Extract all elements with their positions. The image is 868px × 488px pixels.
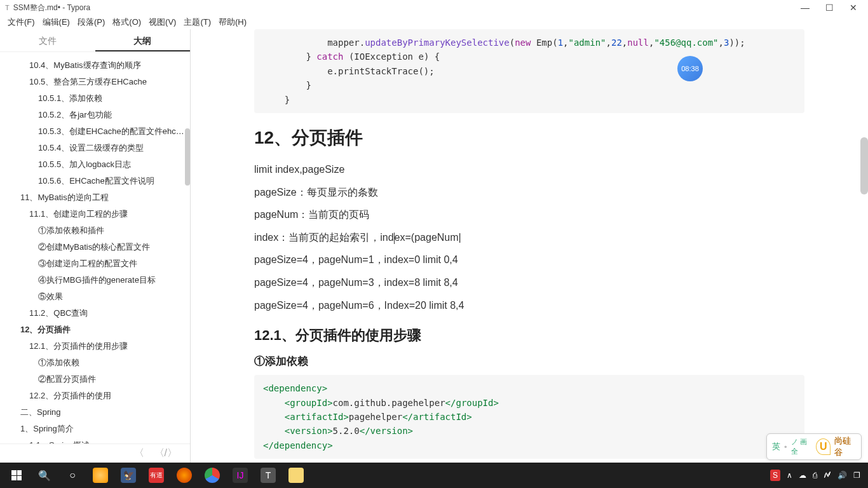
tray-volume-icon[interactable]: 🔊 xyxy=(837,471,847,480)
menu-file[interactable]: 文件(F) xyxy=(5,17,37,28)
chrome-icon[interactable] xyxy=(198,463,226,488)
paragraph[interactable]: pageSize：每页显示的条数 xyxy=(254,184,804,201)
outline-item[interactable]: ③创建逆向工程的配置文件 xyxy=(5,255,190,272)
tray-notification-icon[interactable]: ❐ xyxy=(853,471,860,480)
heading-add-dep[interactable]: ①添加依赖 xyxy=(254,354,804,369)
timestamp-badge: 08:38 xyxy=(677,56,703,81)
maximize-button[interactable]: ☐ xyxy=(825,3,834,12)
code-icon[interactable]: 〈/〉 xyxy=(154,447,177,460)
outline-item[interactable]: ①添加依赖 xyxy=(5,355,190,371)
outline-item[interactable]: 10.5.1、添加依赖 xyxy=(5,90,190,107)
outline-item[interactable]: 11、MyBatis的逆向工程 xyxy=(5,189,190,206)
code-block-xml[interactable]: <dependency> <groupId>com.github.pagehel… xyxy=(254,375,804,459)
cortana-icon[interactable]: ○ xyxy=(58,463,86,488)
outline-item[interactable]: 10.5.5、加入logback日志 xyxy=(5,156,190,173)
outline-item[interactable]: 二、Spring xyxy=(5,404,190,421)
outline-item[interactable]: ①添加依赖和插件 xyxy=(5,222,190,239)
app-2[interactable]: 🦅 xyxy=(114,463,142,488)
tray-app[interactable]: S xyxy=(770,470,780,481)
sidebar-tabs: 文件 大纲 xyxy=(0,29,190,52)
ime-brand: 尚硅谷 xyxy=(834,435,856,458)
window-title: SSM整合.md• - Typora xyxy=(13,3,90,13)
titlebar: T SSM整合.md• - Typora — ☐ ✕ xyxy=(0,0,868,15)
ime-mode[interactable]: ノ 画 全 xyxy=(791,437,813,456)
paragraph[interactable]: pageSize=4，pageNum=1，index=0 limit 0,4 xyxy=(254,252,804,268)
menu-theme[interactable]: 主题(T) xyxy=(181,17,214,28)
outline-item[interactable]: 10.5.6、EHCache配置文件说明 xyxy=(5,173,190,189)
ime-lang[interactable]: 英 xyxy=(772,441,780,452)
outline-item[interactable]: 10.4、MyBatis缓存查询的顺序 xyxy=(5,57,190,74)
heading-12[interactable]: 12、分页插件 xyxy=(254,126,804,150)
paragraph[interactable]: pageNum：当前页的页码 xyxy=(254,207,804,223)
app-icon: T xyxy=(5,4,10,11)
menu-paragraph[interactable]: 段落(P) xyxy=(75,17,107,28)
outline-item[interactable]: ⑤效果 xyxy=(5,288,190,305)
outline-item[interactable]: 12.2、分页插件的使用 xyxy=(5,388,190,404)
taskbar: 🔍 ○ 🦅 有道 IJ T S ∧ ☁ ⎙ 🗲 🔊 ❐ xyxy=(0,463,868,488)
tray-keyboard-icon[interactable]: ⎙ xyxy=(813,471,817,480)
app-3[interactable]: 有道 xyxy=(142,463,170,488)
outline-item[interactable]: 11.2、QBC查询 xyxy=(5,305,190,322)
paragraph[interactable]: limit index,pageSize xyxy=(254,161,804,178)
sidebar-footer: 〈 〈/〉 xyxy=(0,444,190,463)
outline-list[interactable]: 10.4、MyBatis缓存查询的顺序10.5、整合第三方缓存EHCache10… xyxy=(0,52,190,444)
outline-item[interactable]: 10.5、整合第三方缓存EHCache xyxy=(5,74,190,90)
editor-scrollbar[interactable] xyxy=(860,137,868,194)
outline-item[interactable]: 10.5.3、创建EHCache的配置文件ehcache.xml xyxy=(5,123,190,140)
explorer-icon[interactable] xyxy=(282,463,310,488)
ime-panel[interactable]: 英 • ノ 画 全 U 尚硅谷 xyxy=(766,433,862,460)
system-tray: S ∧ ☁ ⎙ 🗲 🔊 ❐ xyxy=(770,470,865,481)
firefox-icon[interactable] xyxy=(170,463,198,488)
paragraph[interactable]: pageSize=4，pageNum=6，Index=20 limit 8,4 xyxy=(254,297,804,314)
minimize-button[interactable]: — xyxy=(801,3,810,12)
typora-icon[interactable]: T xyxy=(254,463,282,488)
outline-item[interactable]: ②创建MyBatis的核心配置文件 xyxy=(5,239,190,255)
heading-12-1[interactable]: 12.1、分页插件的使用步骤 xyxy=(254,326,804,345)
outline-item[interactable]: 11.1、创建逆向工程的步骤 xyxy=(5,206,190,222)
tab-file[interactable]: 文件 xyxy=(0,29,95,51)
paragraph[interactable]: index：当前页的起始索引，index=(pageNum| xyxy=(254,229,804,246)
tray-weather-icon[interactable]: ☁ xyxy=(799,471,806,480)
outline-item[interactable]: 12.1、分页插件的使用步骤 xyxy=(5,338,190,355)
outline-item[interactable]: 10.5.4、设置二级缓存的类型 xyxy=(5,140,190,156)
outline-item[interactable]: ②配置分页插件 xyxy=(5,371,190,388)
menubar: 文件(F) 编辑(E) 段落(P) 格式(O) 视图(V) 主题(T) 帮助(H… xyxy=(0,15,868,29)
code-block-java[interactable]: mapper.updateByPrimaryKeySelective(new E… xyxy=(254,29,804,113)
outline-item[interactable]: ④执行MBG插件的generate目标 xyxy=(5,272,190,288)
editor[interactable]: 08:38 mapper.updateByPrimaryKeySelective… xyxy=(191,29,868,463)
close-button[interactable]: ✕ xyxy=(849,3,858,12)
sidebar-scrollbar[interactable] xyxy=(185,128,190,186)
back-icon[interactable]: 〈 xyxy=(134,447,144,460)
sidebar: 文件 大纲 10.4、MyBatis缓存查询的顺序10.5、整合第三方缓存EHC… xyxy=(0,29,191,463)
ime-brand-icon: U xyxy=(816,438,831,455)
paragraph[interactable]: pageSize=4，pageNum=3，index=8 limit 8,4 xyxy=(254,274,804,291)
menu-view[interactable]: 视图(V) xyxy=(146,17,179,28)
tab-outline[interactable]: 大纲 xyxy=(95,29,191,51)
outline-item[interactable]: 1、Spring简介 xyxy=(5,421,190,437)
menu-help[interactable]: 帮助(H) xyxy=(216,17,249,28)
tray-expand-icon[interactable]: ∧ xyxy=(787,471,792,480)
outline-item[interactable]: 10.5.2、各jar包功能 xyxy=(5,107,190,123)
outline-item[interactable]: 1.1、Spring概述 xyxy=(5,437,190,444)
menu-edit[interactable]: 编辑(E) xyxy=(40,17,72,28)
menu-format[interactable]: 格式(O) xyxy=(110,17,144,28)
tray-power-icon[interactable]: 🗲 xyxy=(824,471,831,480)
outline-item[interactable]: 12、分页插件 xyxy=(5,322,190,338)
app-1[interactable] xyxy=(86,463,114,488)
search-icon[interactable]: 🔍 xyxy=(31,463,58,488)
start-button[interactable] xyxy=(3,463,31,488)
intellij-icon[interactable]: IJ xyxy=(226,463,254,488)
